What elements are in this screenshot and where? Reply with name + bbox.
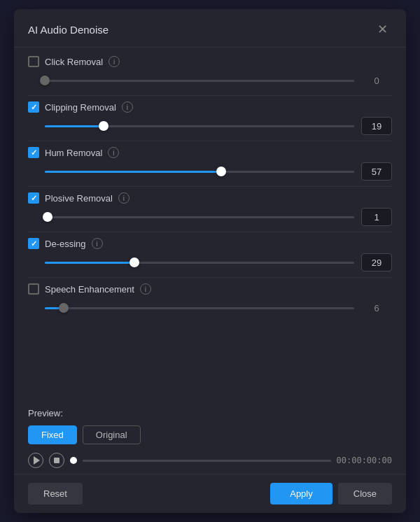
checkbox-clipping-removal[interactable] bbox=[28, 101, 39, 113]
checkbox-visual-speech-enhancement[interactable] bbox=[28, 283, 39, 295]
divider-1 bbox=[28, 141, 392, 141]
control-row-plosive-removal: Plosive Removal i 1 bbox=[28, 192, 392, 226]
slider-row-hum-removal: 57 bbox=[28, 162, 392, 181]
label-de-essing: De-essing bbox=[45, 239, 86, 249]
slider-row-clipping-removal: 19 bbox=[28, 117, 392, 135]
value-box-click-removal: 0 bbox=[361, 71, 392, 90]
checkbox-de-essing[interactable] bbox=[28, 238, 39, 249]
preview-section: Preview: Fixed Original 00:00:00:00 bbox=[14, 400, 406, 474]
slider-row-speech-enhancement: 6 bbox=[28, 299, 392, 317]
dialog-title: AI Audio Denoise bbox=[28, 24, 108, 36]
control-row-speech-enhancement: Speech Enhancement i 6 bbox=[28, 283, 392, 317]
control-row-de-essing: De-essing i 29 bbox=[28, 238, 392, 271]
checkbox-visual-plosive-removal[interactable] bbox=[28, 192, 39, 204]
apply-button[interactable]: Apply bbox=[270, 483, 332, 505]
value-box-clipping-removal: 19 bbox=[361, 117, 392, 135]
dialog-footer: Reset Apply Close bbox=[14, 474, 406, 513]
control-header-plosive-removal: Plosive Removal i bbox=[28, 192, 392, 204]
footer-right: Apply Close bbox=[270, 483, 392, 505]
info-icon-hum-removal[interactable]: i bbox=[108, 147, 119, 158]
stop-button[interactable] bbox=[49, 453, 64, 468]
slider-container-speech-enhancement[interactable] bbox=[45, 301, 354, 315]
value-box-de-essing: 29 bbox=[361, 253, 392, 271]
original-button[interactable]: Original bbox=[83, 425, 141, 444]
control-row-clipping-removal: Clipping Removal i 19 bbox=[28, 101, 392, 135]
fixed-button[interactable]: Fixed bbox=[28, 425, 77, 444]
divider-0 bbox=[28, 95, 392, 96]
preview-label: Preview: bbox=[28, 408, 392, 418]
info-icon-de-essing[interactable]: i bbox=[92, 238, 103, 249]
playback-position bbox=[70, 457, 77, 464]
slider-container-plosive-removal[interactable] bbox=[45, 210, 354, 224]
value-box-speech-enhancement: 6 bbox=[361, 299, 392, 317]
value-box-hum-removal: 57 bbox=[361, 162, 392, 181]
dialog-close-button[interactable]: ✕ bbox=[373, 20, 392, 38]
info-icon-clipping-removal[interactable]: i bbox=[122, 101, 133, 113]
control-row-click-removal: Click Removal i 0 bbox=[28, 56, 392, 90]
ai-audio-denoise-dialog: AI Audio Denoise ✕ Click Removal i bbox=[14, 9, 406, 513]
value-box-plosive-removal: 1 bbox=[361, 208, 392, 226]
label-clipping-removal: Clipping Removal bbox=[45, 102, 116, 113]
control-header-click-removal: Click Removal i bbox=[28, 56, 392, 67]
checkbox-visual-clipping-removal[interactable] bbox=[28, 101, 39, 113]
slider-row-de-essing: 29 bbox=[28, 253, 392, 271]
info-icon-click-removal[interactable]: i bbox=[108, 56, 120, 67]
label-hum-removal: Hum Removal bbox=[45, 148, 102, 158]
info-icon-speech-enhancement[interactable]: i bbox=[140, 283, 151, 295]
slider-container-de-essing[interactable] bbox=[45, 255, 354, 269]
control-row-hum-removal: Hum Removal i 57 bbox=[28, 147, 392, 181]
label-plosive-removal: Plosive Removal bbox=[45, 193, 113, 204]
checkbox-plosive-removal[interactable] bbox=[28, 192, 39, 204]
label-speech-enhancement: Speech Enhancement bbox=[45, 284, 134, 295]
close-button[interactable]: Close bbox=[338, 483, 392, 505]
label-click-removal: Click Removal bbox=[45, 57, 103, 67]
timecode: 00:00:00:00 bbox=[337, 456, 392, 465]
control-header-hum-removal: Hum Removal i bbox=[28, 147, 392, 158]
checkbox-visual-hum-removal[interactable] bbox=[28, 147, 39, 158]
slider-container-click-removal[interactable] bbox=[45, 73, 354, 87]
slider-row-plosive-removal: 1 bbox=[28, 208, 392, 226]
control-header-de-essing: De-essing i bbox=[28, 238, 392, 249]
dialog-header: AI Audio Denoise ✕ bbox=[14, 9, 406, 48]
dialog-body: Click Removal i 0 Clipping Removal bbox=[14, 48, 406, 400]
play-button[interactable] bbox=[28, 453, 43, 468]
reset-button[interactable]: Reset bbox=[28, 483, 83, 505]
divider-2 bbox=[28, 186, 392, 187]
divider-3 bbox=[28, 232, 392, 232]
info-icon-plosive-removal[interactable]: i bbox=[118, 192, 130, 204]
slider-container-hum-removal[interactable] bbox=[45, 164, 354, 178]
control-header-clipping-removal: Clipping Removal i bbox=[28, 101, 392, 113]
preview-buttons: Fixed Original bbox=[28, 425, 392, 444]
slider-container-clipping-removal[interactable] bbox=[45, 119, 354, 133]
checkbox-visual-de-essing[interactable] bbox=[28, 238, 39, 249]
playback-row: 00:00:00:00 bbox=[28, 453, 392, 468]
control-header-speech-enhancement: Speech Enhancement i bbox=[28, 283, 392, 295]
divider-4 bbox=[28, 277, 392, 278]
checkbox-visual-click-removal[interactable] bbox=[28, 56, 39, 67]
checkbox-hum-removal[interactable] bbox=[28, 147, 39, 158]
playback-track[interactable] bbox=[83, 460, 331, 462]
checkbox-speech-enhancement[interactable] bbox=[28, 283, 39, 295]
slider-row-click-removal: 0 bbox=[28, 71, 392, 90]
checkbox-click-removal[interactable] bbox=[28, 56, 39, 67]
